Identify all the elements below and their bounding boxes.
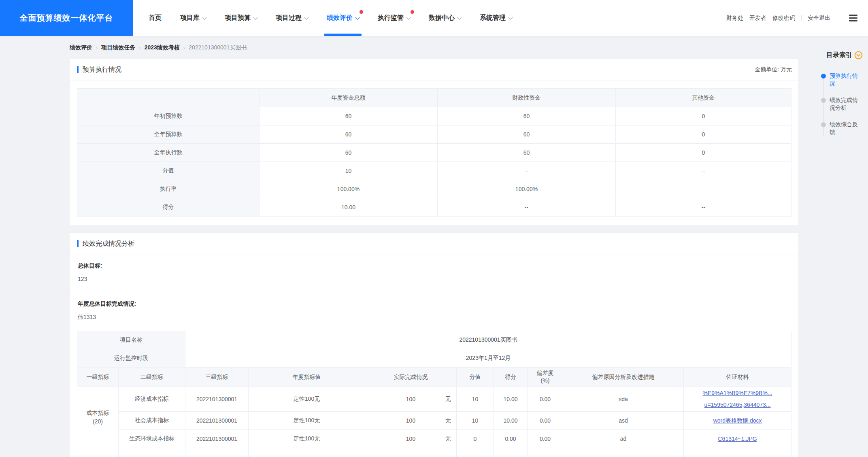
annual-completion-block: 年度总体目标完成情况: 伟1313 — [70, 293, 798, 330]
level3-indicator: 2022101300001 — [185, 430, 249, 448]
indicator-row-partial — [77, 448, 791, 457]
cell-value — [616, 180, 791, 198]
actual-unit: 无 — [445, 417, 451, 424]
material-link[interactable]: %E9%A1%B9%E7%9B%... — [686, 389, 789, 397]
toc-item-performance-analysis[interactable]: 绩效完成情况分析 — [821, 96, 862, 112]
monitor-period-row: 运行监控时段 2023年1月至12月 — [77, 349, 791, 368]
nav-item-performance-evaluation[interactable]: 绩效评价 — [317, 0, 368, 36]
column-header-deviation: 偏差度 (%) — [528, 368, 563, 387]
budget-execution-card: 预算执行情况 金额单位: 万元 年度资金总额 财政性资金 其他资金 年初预算数 … — [70, 59, 798, 225]
material-link[interactable]: word表格数据.docx — [686, 417, 789, 425]
supporting-materials-cell: C61314~1.JPG — [684, 430, 791, 448]
annual-target-value: 定性100无 — [249, 412, 365, 430]
actual-value: 100 — [406, 436, 415, 442]
nav-item-data-center[interactable]: 数据中心 — [419, 0, 470, 36]
main-nav: 首页 项目库 项目预算 项目过程 绩效评价 执行监管 数据中心 — [139, 0, 521, 36]
actual-value: 100 — [406, 417, 415, 424]
nav-label: 项目过程 — [276, 14, 302, 22]
table-row: 全年执行数 60 60 0 — [77, 144, 791, 162]
overall-goal-value: 123 — [78, 276, 790, 282]
indicator-row: 生态环境成本指标 2022101300001 定性100无 100 无 0 0.… — [77, 430, 791, 448]
actual-completion-cell: 100 无 — [365, 430, 457, 448]
nav-item-project-process[interactable]: 项目过程 — [266, 0, 317, 36]
column-header-other-funds: 其他资金 — [616, 89, 791, 107]
collapse-circle-icon[interactable] — [854, 51, 863, 60]
nav-item-execution-supervision[interactable]: 执行监管 — [368, 0, 419, 36]
column-header-deviation-analysis: 偏差原因分析及改进措施 — [563, 368, 684, 387]
nav-item-home[interactable]: 首页 — [139, 0, 171, 36]
row-label: 得分 — [77, 198, 260, 217]
breadcrumb-item[interactable]: 2023绩效考核 — [145, 44, 180, 51]
nav-label: 首页 — [149, 14, 162, 22]
table-header-row: 年度资金总额 财政性资金 其他资金 — [77, 89, 791, 107]
chevron-down-icon — [508, 15, 513, 19]
toc-item-budget-execution[interactable]: 预算执行情况 — [821, 72, 862, 87]
level2-indicator: 社会成本指标 — [119, 412, 185, 430]
deviation: 0.00 — [528, 387, 563, 412]
nav-item-system-management[interactable]: 系统管理 — [470, 0, 521, 36]
breadcrumb-separator: › — [139, 45, 140, 51]
toc-sidebar: 目录索引 预算执行情况 绩效完成情况分析 绩效综合反馈 — [821, 51, 868, 145]
supporting-materials-cell: %E9%A1%B9%E7%9B%... u=1595072465,3644073… — [684, 387, 791, 412]
notification-dot — [411, 10, 414, 14]
row-label: 全年预算数 — [77, 125, 260, 144]
deviation: 0.00 — [528, 412, 563, 430]
toc-item-label: 绩效完成情况分析 — [830, 97, 858, 111]
cell-value: 10 — [260, 162, 438, 180]
performance-card-header: 绩效完成情况分析 — [70, 233, 798, 255]
column-header-fiscal-funds: 财政性资金 — [438, 89, 616, 107]
cell-value: 0 — [616, 107, 791, 125]
section-title: 绩效完成情况分析 — [83, 240, 134, 248]
score-value: 10 — [457, 387, 494, 412]
column-header-level3: 三级指标 — [185, 368, 249, 387]
chevron-down-icon — [304, 15, 308, 19]
row-label: 全年执行数 — [77, 144, 260, 162]
overall-goal-label: 总体目标: — [78, 262, 790, 270]
breadcrumb-item[interactable]: 绩效评价 — [70, 44, 92, 51]
menu-icon[interactable] — [849, 15, 857, 21]
supporting-materials-cell: word表格数据.docx — [684, 412, 791, 430]
breadcrumb: 绩效评价 › 项目绩效任务 › 2023绩效考核 › 2022101300001… — [70, 44, 247, 51]
annual-completion-value: 伟1313 — [78, 314, 790, 321]
nav-item-project-budget[interactable]: 项目预算 — [215, 0, 266, 36]
cell-value: 100.00% — [438, 180, 616, 198]
top-navbar: 全面预算绩效一体化平台 首页 项目库 项目预算 项目过程 绩效评价 执行监管 数… — [0, 0, 868, 36]
level1-score: (20) — [80, 417, 116, 426]
annual-target-value: 定性100无 — [249, 387, 365, 412]
cell-value: 60 — [260, 125, 438, 144]
cell-value: -- — [616, 162, 791, 180]
nav-item-project-library[interactable]: 项目库 — [171, 0, 215, 36]
deviation: 0.00 — [528, 430, 563, 448]
project-name-row: 项目名称 2022101300001买图书 — [77, 331, 791, 349]
cell-value: 100.00% — [260, 180, 438, 198]
title-accent-bar — [77, 240, 79, 247]
breadcrumb-separator: › — [183, 45, 185, 51]
column-header-actual-completion: 实际完成情况 — [365, 368, 457, 387]
material-link[interactable]: u=1595072465,3644073... — [686, 401, 789, 409]
cell-value: 60 — [438, 125, 616, 144]
toc-item-comprehensive-feedback[interactable]: 绩效综合反馈 — [821, 121, 862, 136]
chevron-down-icon — [202, 15, 206, 19]
nav-label: 执行监管 — [378, 14, 404, 22]
toc-header[interactable]: 目录索引 — [826, 51, 868, 60]
chevron-down-icon — [406, 15, 411, 19]
budget-card-header: 预算执行情况 金额单位: 万元 — [70, 59, 798, 81]
table-row: 全年预算数 60 60 0 — [77, 125, 791, 144]
toc-title: 目录索引 — [826, 51, 852, 60]
logout-link[interactable]: 安全退出 — [808, 15, 830, 22]
title-accent-bar — [77, 66, 79, 73]
change-password-link[interactable]: 修改密码 — [772, 15, 795, 22]
score-value: 10 — [457, 412, 494, 430]
deviation-analysis: asd — [563, 412, 684, 430]
nav-label: 系统管理 — [480, 14, 506, 22]
monitor-period-value: 2023年1月至12月 — [185, 349, 791, 368]
chevron-down-icon — [457, 15, 462, 19]
level3-indicator: 2022101300001 — [185, 387, 249, 412]
breadcrumb-item[interactable]: 项目绩效任务 — [101, 44, 135, 51]
indicator-header-row: 一级指标 二级指标 三级指标 年度指标值 实际完成情况 分值 得分 偏差度 (%… — [77, 368, 791, 387]
table-row: 执行率 100.00% 100.00% — [77, 180, 791, 198]
level2-indicator: 生态环境成本指标 — [119, 430, 185, 448]
material-link[interactable]: C61314~1.JPG — [686, 435, 789, 443]
cell-value: 60 — [438, 107, 616, 125]
user-role: 开发者 — [749, 15, 766, 22]
